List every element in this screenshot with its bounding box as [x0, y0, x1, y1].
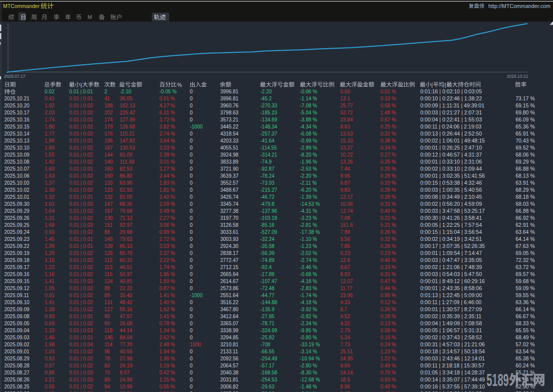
svg-text:0.49 %: 0.49 %: [380, 363, 396, 368]
svg-text:3033.61: 3033.61: [220, 229, 239, 235]
svg-text:25.77: 25.77: [340, 103, 353, 108]
svg-text:0.26 %: 0.26 %: [380, 307, 396, 312]
svg-text:63.91 %: 63.91 %: [516, 180, 535, 186]
svg-text:24.95: 24.95: [340, 356, 353, 361]
svg-text:2.72 %: 2.72 %: [160, 236, 175, 242]
svg-text:1.34 %: 1.34 %: [160, 328, 175, 333]
svg-text:0: 0: [190, 180, 193, 186]
svg-text:1.74: 1.74: [45, 117, 55, 122]
svg-text:-314.21: -314.21: [260, 152, 278, 158]
svg-text:2.27 %: 2.27 %: [160, 215, 175, 221]
svg-text:6.23: 6.23: [340, 250, 350, 256]
svg-text:4203.33: 4203.33: [220, 138, 239, 144]
svg-text:71.12: 71.12: [120, 215, 132, 221]
svg-text:0.01 | 0.02: 0.01 | 0.02: [69, 363, 93, 368]
svg-text:0:00:13 | 0:26:44 | 2:52:50: 0:00:13 | 0:26:44 | 2:52:50: [421, 130, 482, 137]
svg-text:119: 119: [104, 328, 112, 333]
svg-text:0: 0: [190, 173, 193, 179]
svg-text:59.09 %: 59.09 %: [516, 286, 535, 291]
svg-text:2: 2: [104, 89, 107, 94]
svg-text:0:00:14 | 3:35:07 | 17:44:49: 0:00:14 | 3:35:07 | 17:44:49: [421, 376, 485, 382]
svg-text:2025.09.17: 2025.09.17: [5, 265, 30, 270]
svg-text:2025.08.25: 2025.08.25: [5, 384, 30, 389]
svg-text:0:00:03 | 0:47:47 | 3:35:05: 0:00:03 | 0:47:47 | 3:35:05: [421, 257, 482, 263]
svg-text:0: 0: [190, 286, 193, 291]
svg-text:-2.02 %: -2.02 %: [300, 250, 318, 256]
svg-text:0: 0: [190, 152, 193, 158]
svg-text:127: 127: [104, 307, 113, 312]
svg-text:174: 174: [104, 117, 113, 122]
svg-text:0.68 %: 0.68 %: [380, 103, 396, 108]
svg-text:0: 0: [190, 257, 193, 263]
svg-text:1.39: 1.39: [45, 243, 55, 249]
svg-text:0: 0: [190, 208, 193, 214]
svg-text:0:01:16 | 0:02:10 | 0:03:05: 0:01:16 | 0:02:10 | 0:03:05: [421, 88, 482, 94]
svg-text:7.73: 7.73: [340, 342, 350, 347]
svg-text:3552.57: 3552.57: [220, 180, 239, 186]
svg-text:-78.24: -78.24: [260, 173, 275, 179]
svg-text:0:00:11 | 1:27:09 | 6:46:00: 0:00:11 | 1:27:09 | 6:46:00: [421, 299, 482, 305]
svg-text:2025.09.05: 2025.09.05: [5, 321, 30, 326]
svg-text:18.5: 18.5: [340, 377, 350, 382]
svg-text:3445.22: 3445.22: [220, 124, 239, 129]
svg-text:1.16: 1.16: [45, 272, 55, 277]
svg-text:63.54 %: 63.54 %: [516, 349, 535, 354]
svg-text:-527.09: -527.09: [260, 229, 278, 235]
svg-text:0.01 | 0.01: 0.01 | 0.01: [69, 166, 93, 172]
svg-text:2.22 %: 2.22 %: [160, 257, 175, 263]
svg-text:-73.93: -73.93: [260, 180, 275, 186]
svg-text:-168.58: -168.58: [260, 370, 278, 375]
svg-text:1.30: 1.30: [45, 187, 55, 193]
svg-text:62.91 %: 62.91 %: [516, 222, 535, 228]
svg-text:-107.47: -107.47: [260, 279, 278, 284]
svg-text:0: 0: [190, 131, 193, 137]
svg-text:176: 176: [104, 131, 113, 137]
svg-text:2031.81: 2031.81: [220, 377, 239, 382]
svg-text:2025.08.28: 2025.08.28: [5, 363, 30, 368]
svg-text:0.01 | 0.01: 0.01 | 0.01: [69, 96, 93, 101]
svg-text:86.13: 86.13: [120, 243, 132, 249]
svg-text:2025.09.10: 2025.09.10: [5, 300, 30, 305]
svg-text:140: 140: [104, 159, 113, 165]
svg-text:8.57: 8.57: [120, 370, 130, 375]
svg-text:9.83: 9.83: [340, 187, 350, 193]
svg-text:3345.74: 3345.74: [220, 201, 239, 207]
svg-text:0.01 | 0.02: 0.01 | 0.02: [69, 215, 93, 221]
svg-text:66.88 %: 66.88 %: [516, 208, 535, 214]
svg-text:1.31: 1.31: [45, 215, 55, 221]
svg-text:0.01 | 0.02: 0.01 | 0.02: [69, 173, 93, 179]
svg-text:-10.94 %: -10.94 %: [300, 356, 320, 361]
svg-text:69.80 %: 69.80 %: [516, 110, 535, 115]
svg-text:0: 0: [190, 215, 193, 221]
svg-text:151: 151: [104, 222, 113, 228]
svg-text:1.89: 1.89: [45, 145, 55, 151]
svg-text:-8.20 %: -8.20 %: [300, 152, 318, 158]
svg-text:0: 0: [190, 321, 193, 326]
svg-text:47.57: 47.57: [120, 314, 132, 319]
svg-text:0:00:02 | 0:34:19 | 3:42:51: 0:00:02 | 0:34:19 | 3:42:51: [421, 236, 482, 242]
svg-text:1.42: 1.42: [45, 159, 55, 165]
svg-text:0.01 | 0.02: 0.01 | 0.02: [69, 152, 93, 158]
svg-text:0.28 %: 0.28 %: [380, 243, 396, 249]
svg-text:6.31 %: 6.31 %: [160, 110, 175, 115]
svg-text:0.33 %: 0.33 %: [380, 265, 396, 270]
svg-text:63.64 %: 63.64 %: [516, 229, 535, 235]
svg-text:2025.10.10: 2025.10.10: [5, 145, 30, 151]
svg-text:0.01 | 0.02: 0.01 | 0.02: [69, 229, 93, 235]
svg-text:68.13 %: 68.13 %: [516, 173, 535, 179]
svg-text:0.50: 0.50: [340, 89, 350, 94]
svg-text:35.42: 35.42: [120, 293, 132, 298]
svg-text:-12.68 %: -12.68 %: [300, 377, 320, 382]
svg-text:1.59 %: 1.59 %: [160, 279, 175, 284]
svg-text:2025.10.21: 2025.10.21: [5, 96, 30, 101]
svg-text:65.70: 65.70: [120, 250, 132, 256]
svg-text:41: 41: [104, 96, 110, 101]
svg-text:1.63: 1.63: [45, 173, 55, 179]
svg-text:48.42: 48.42: [120, 300, 132, 305]
svg-text:0.01 | 0.02: 0.01 | 0.02: [69, 159, 93, 165]
svg-text:3365.07: 3365.07: [220, 321, 239, 326]
svg-text:0.27 %: 0.27 %: [380, 152, 396, 158]
svg-text:-135.9: -135.9: [260, 307, 275, 312]
svg-text:2.38 %: 2.38 %: [160, 152, 175, 158]
svg-text:68.06 %: 68.06 %: [516, 152, 535, 158]
